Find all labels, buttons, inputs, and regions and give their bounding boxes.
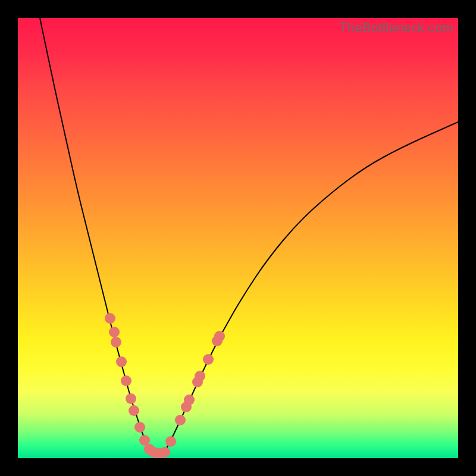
data-point: [109, 327, 120, 337]
data-point: [116, 356, 127, 367]
data-point: [134, 422, 145, 433]
data-point: [129, 405, 139, 416]
curve-left: [40, 18, 152, 453]
curve-right: [164, 122, 458, 453]
data-point: [105, 313, 115, 324]
scatter-dots: [105, 313, 225, 458]
data-point: [195, 371, 205, 381]
data-point: [126, 393, 136, 404]
data-point: [165, 436, 176, 447]
data-point: [184, 394, 195, 405]
data-point: [111, 337, 121, 347]
data-point: [175, 415, 186, 425]
plot-svg: [18, 18, 458, 458]
data-point: [159, 447, 170, 458]
chart-frame: TheBottleneck.com: [18, 18, 458, 458]
data-point: [214, 331, 225, 342]
data-point: [203, 354, 214, 365]
data-point: [121, 375, 131, 386]
